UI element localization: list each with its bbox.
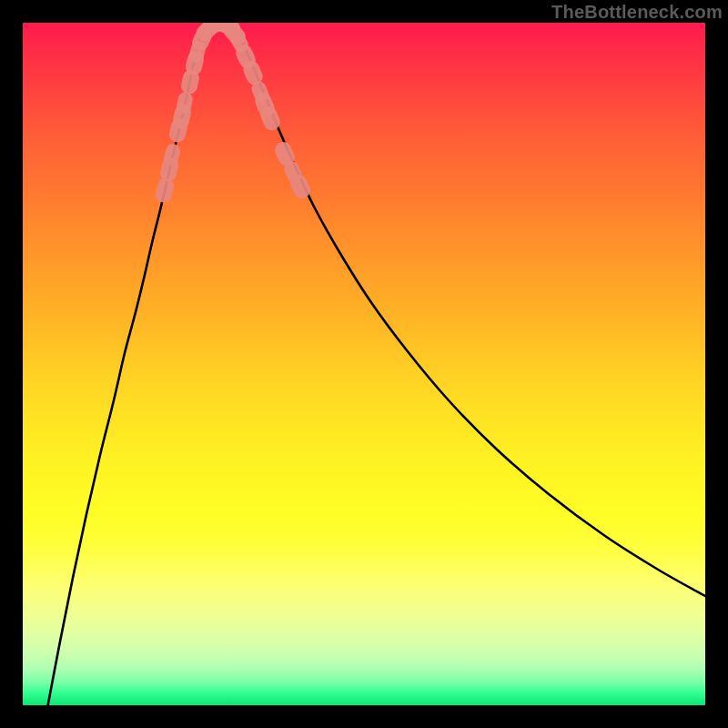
watermark-text: TheBottleneck.com — [551, 2, 723, 23]
chart-svg — [23, 23, 705, 705]
plot-area — [23, 23, 705, 705]
chart-frame: TheBottleneck.com — [0, 0, 728, 728]
bottleneck-curve — [46, 23, 705, 705]
